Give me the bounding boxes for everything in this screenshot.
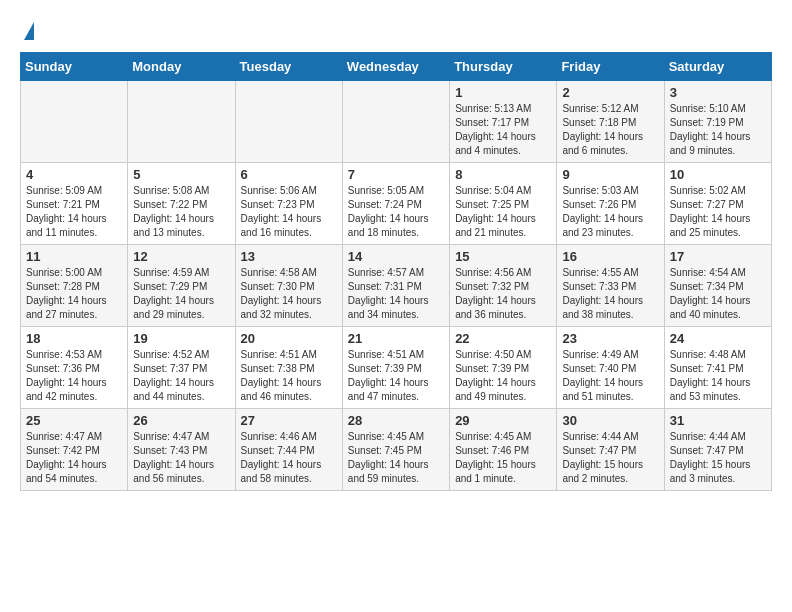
calendar-header-friday: Friday (557, 53, 664, 81)
calendar-cell: 14Sunrise: 4:57 AM Sunset: 7:31 PM Dayli… (342, 245, 449, 327)
day-info: Sunrise: 4:52 AM Sunset: 7:37 PM Dayligh… (133, 348, 229, 404)
day-number: 10 (670, 167, 766, 182)
day-info: Sunrise: 4:47 AM Sunset: 7:43 PM Dayligh… (133, 430, 229, 486)
day-number: 9 (562, 167, 658, 182)
day-number: 19 (133, 331, 229, 346)
calendar-cell (235, 81, 342, 163)
day-number: 23 (562, 331, 658, 346)
day-info: Sunrise: 5:00 AM Sunset: 7:28 PM Dayligh… (26, 266, 122, 322)
calendar-table: SundayMondayTuesdayWednesdayThursdayFrid… (20, 52, 772, 491)
day-number: 30 (562, 413, 658, 428)
calendar-cell: 3Sunrise: 5:10 AM Sunset: 7:19 PM Daylig… (664, 81, 771, 163)
calendar-cell: 4Sunrise: 5:09 AM Sunset: 7:21 PM Daylig… (21, 163, 128, 245)
calendar-row-0: 1Sunrise: 5:13 AM Sunset: 7:17 PM Daylig… (21, 81, 772, 163)
day-number: 24 (670, 331, 766, 346)
day-info: Sunrise: 4:51 AM Sunset: 7:39 PM Dayligh… (348, 348, 444, 404)
day-info: Sunrise: 4:51 AM Sunset: 7:38 PM Dayligh… (241, 348, 337, 404)
day-number: 18 (26, 331, 122, 346)
day-info: Sunrise: 5:04 AM Sunset: 7:25 PM Dayligh… (455, 184, 551, 240)
calendar-cell (342, 81, 449, 163)
day-number: 20 (241, 331, 337, 346)
day-info: Sunrise: 4:59 AM Sunset: 7:29 PM Dayligh… (133, 266, 229, 322)
header-row: SundayMondayTuesdayWednesdayThursdayFrid… (21, 53, 772, 81)
day-info: Sunrise: 4:55 AM Sunset: 7:33 PM Dayligh… (562, 266, 658, 322)
calendar-cell: 16Sunrise: 4:55 AM Sunset: 7:33 PM Dayli… (557, 245, 664, 327)
day-info: Sunrise: 4:57 AM Sunset: 7:31 PM Dayligh… (348, 266, 444, 322)
day-number: 22 (455, 331, 551, 346)
calendar-cell: 27Sunrise: 4:46 AM Sunset: 7:44 PM Dayli… (235, 409, 342, 491)
calendar-cell: 11Sunrise: 5:00 AM Sunset: 7:28 PM Dayli… (21, 245, 128, 327)
calendar-cell: 1Sunrise: 5:13 AM Sunset: 7:17 PM Daylig… (450, 81, 557, 163)
calendar-cell: 17Sunrise: 4:54 AM Sunset: 7:34 PM Dayli… (664, 245, 771, 327)
day-info: Sunrise: 5:12 AM Sunset: 7:18 PM Dayligh… (562, 102, 658, 158)
day-info: Sunrise: 4:44 AM Sunset: 7:47 PM Dayligh… (562, 430, 658, 486)
day-info: Sunrise: 4:44 AM Sunset: 7:47 PM Dayligh… (670, 430, 766, 486)
calendar-cell: 29Sunrise: 4:45 AM Sunset: 7:46 PM Dayli… (450, 409, 557, 491)
day-number: 2 (562, 85, 658, 100)
calendar-cell: 31Sunrise: 4:44 AM Sunset: 7:47 PM Dayli… (664, 409, 771, 491)
day-info: Sunrise: 4:50 AM Sunset: 7:39 PM Dayligh… (455, 348, 551, 404)
day-info: Sunrise: 5:05 AM Sunset: 7:24 PM Dayligh… (348, 184, 444, 240)
calendar-header-thursday: Thursday (450, 53, 557, 81)
day-info: Sunrise: 5:02 AM Sunset: 7:27 PM Dayligh… (670, 184, 766, 240)
calendar-cell: 18Sunrise: 4:53 AM Sunset: 7:36 PM Dayli… (21, 327, 128, 409)
day-info: Sunrise: 4:58 AM Sunset: 7:30 PM Dayligh… (241, 266, 337, 322)
calendar-cell: 15Sunrise: 4:56 AM Sunset: 7:32 PM Dayli… (450, 245, 557, 327)
calendar-cell (21, 81, 128, 163)
day-info: Sunrise: 4:46 AM Sunset: 7:44 PM Dayligh… (241, 430, 337, 486)
calendar-row-2: 11Sunrise: 5:00 AM Sunset: 7:28 PM Dayli… (21, 245, 772, 327)
day-info: Sunrise: 4:54 AM Sunset: 7:34 PM Dayligh… (670, 266, 766, 322)
calendar-header-monday: Monday (128, 53, 235, 81)
calendar-cell: 20Sunrise: 4:51 AM Sunset: 7:38 PM Dayli… (235, 327, 342, 409)
day-number: 13 (241, 249, 337, 264)
calendar-cell: 9Sunrise: 5:03 AM Sunset: 7:26 PM Daylig… (557, 163, 664, 245)
day-number: 11 (26, 249, 122, 264)
header (20, 20, 772, 40)
calendar-row-1: 4Sunrise: 5:09 AM Sunset: 7:21 PM Daylig… (21, 163, 772, 245)
day-info: Sunrise: 4:56 AM Sunset: 7:32 PM Dayligh… (455, 266, 551, 322)
day-info: Sunrise: 5:06 AM Sunset: 7:23 PM Dayligh… (241, 184, 337, 240)
calendar-cell: 28Sunrise: 4:45 AM Sunset: 7:45 PM Dayli… (342, 409, 449, 491)
calendar-cell: 22Sunrise: 4:50 AM Sunset: 7:39 PM Dayli… (450, 327, 557, 409)
day-number: 21 (348, 331, 444, 346)
calendar-header-saturday: Saturday (664, 53, 771, 81)
calendar-row-4: 25Sunrise: 4:47 AM Sunset: 7:42 PM Dayli… (21, 409, 772, 491)
calendar-cell: 2Sunrise: 5:12 AM Sunset: 7:18 PM Daylig… (557, 81, 664, 163)
day-number: 14 (348, 249, 444, 264)
calendar-cell: 8Sunrise: 5:04 AM Sunset: 7:25 PM Daylig… (450, 163, 557, 245)
calendar-cell: 5Sunrise: 5:08 AM Sunset: 7:22 PM Daylig… (128, 163, 235, 245)
day-number: 16 (562, 249, 658, 264)
calendar-cell: 30Sunrise: 4:44 AM Sunset: 7:47 PM Dayli… (557, 409, 664, 491)
calendar-header-tuesday: Tuesday (235, 53, 342, 81)
calendar-cell: 10Sunrise: 5:02 AM Sunset: 7:27 PM Dayli… (664, 163, 771, 245)
day-info: Sunrise: 4:45 AM Sunset: 7:45 PM Dayligh… (348, 430, 444, 486)
day-number: 12 (133, 249, 229, 264)
day-number: 29 (455, 413, 551, 428)
day-number: 3 (670, 85, 766, 100)
calendar-cell: 25Sunrise: 4:47 AM Sunset: 7:42 PM Dayli… (21, 409, 128, 491)
calendar-cell: 7Sunrise: 5:05 AM Sunset: 7:24 PM Daylig… (342, 163, 449, 245)
day-number: 1 (455, 85, 551, 100)
day-info: Sunrise: 5:03 AM Sunset: 7:26 PM Dayligh… (562, 184, 658, 240)
day-info: Sunrise: 4:47 AM Sunset: 7:42 PM Dayligh… (26, 430, 122, 486)
calendar-cell (128, 81, 235, 163)
calendar-cell: 12Sunrise: 4:59 AM Sunset: 7:29 PM Dayli… (128, 245, 235, 327)
calendar-cell: 13Sunrise: 4:58 AM Sunset: 7:30 PM Dayli… (235, 245, 342, 327)
day-number: 4 (26, 167, 122, 182)
day-number: 28 (348, 413, 444, 428)
logo (20, 20, 34, 40)
day-info: Sunrise: 4:53 AM Sunset: 7:36 PM Dayligh… (26, 348, 122, 404)
day-number: 7 (348, 167, 444, 182)
day-number: 8 (455, 167, 551, 182)
day-number: 27 (241, 413, 337, 428)
day-number: 17 (670, 249, 766, 264)
calendar-cell: 26Sunrise: 4:47 AM Sunset: 7:43 PM Dayli… (128, 409, 235, 491)
calendar-row-3: 18Sunrise: 4:53 AM Sunset: 7:36 PM Dayli… (21, 327, 772, 409)
day-number: 31 (670, 413, 766, 428)
calendar-cell: 19Sunrise: 4:52 AM Sunset: 7:37 PM Dayli… (128, 327, 235, 409)
day-info: Sunrise: 4:48 AM Sunset: 7:41 PM Dayligh… (670, 348, 766, 404)
page: SundayMondayTuesdayWednesdayThursdayFrid… (0, 0, 792, 514)
day-info: Sunrise: 5:08 AM Sunset: 7:22 PM Dayligh… (133, 184, 229, 240)
day-number: 26 (133, 413, 229, 428)
day-info: Sunrise: 4:45 AM Sunset: 7:46 PM Dayligh… (455, 430, 551, 486)
